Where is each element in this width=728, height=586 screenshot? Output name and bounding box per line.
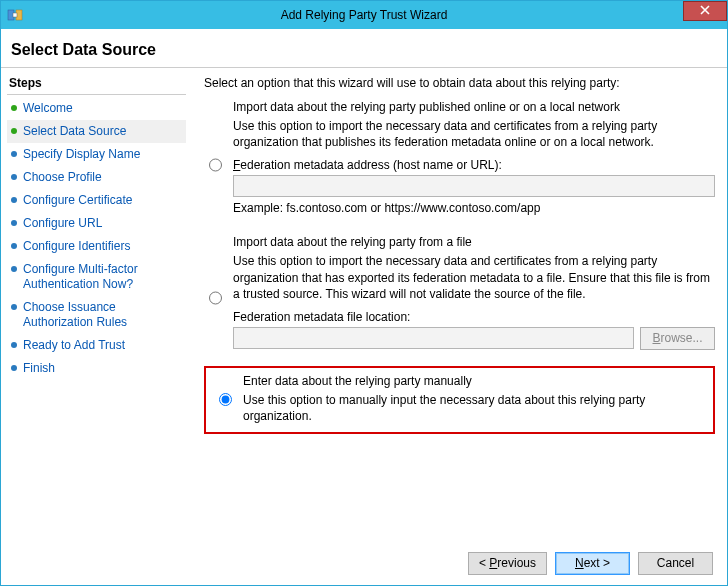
step-configure-identifiers[interactable]: Configure Identifiers: [7, 235, 186, 258]
close-button[interactable]: [683, 1, 727, 21]
step-configure-certificate[interactable]: Configure Certificate: [7, 189, 186, 212]
bullet-icon: [11, 128, 17, 134]
step-label: Configure Identifiers: [23, 239, 130, 254]
bullet-icon: [11, 243, 17, 249]
bullet-icon: [11, 105, 17, 111]
step-label: Configure URL: [23, 216, 102, 231]
option-enter-manually: Enter data about the relying party manua…: [214, 374, 705, 424]
steps-sidebar: Steps Welcome Select Data Source Specify…: [1, 68, 186, 541]
federation-address-example: Example: fs.contoso.com or https://www.c…: [233, 201, 715, 215]
step-configure-url[interactable]: Configure URL: [7, 212, 186, 235]
step-label: Select Data Source: [23, 124, 126, 139]
option-title: Enter data about the relying party manua…: [243, 374, 705, 388]
step-label: Finish: [23, 361, 55, 376]
federation-address-input[interactable]: [233, 175, 715, 197]
option-title: Import data about the relying party publ…: [233, 100, 715, 114]
bullet-icon: [11, 220, 17, 226]
wizard-body: Steps Welcome Select Data Source Specify…: [1, 68, 727, 541]
step-ready-to-add-trust[interactable]: Ready to Add Trust: [7, 334, 186, 357]
step-label: Choose Issuance Authorization Rules: [23, 300, 182, 330]
bullet-icon: [11, 304, 17, 310]
step-choose-profile[interactable]: Choose Profile: [7, 166, 186, 189]
wizard-footer: < Previous Next > Cancel: [1, 541, 727, 585]
step-label: Ready to Add Trust: [23, 338, 125, 353]
step-welcome[interactable]: Welcome: [7, 97, 186, 120]
next-button[interactable]: Next >: [555, 552, 630, 575]
browse-button[interactable]: Browse...: [640, 327, 715, 350]
radio-import-online[interactable]: [209, 101, 222, 229]
cancel-button[interactable]: Cancel: [638, 552, 713, 575]
step-label: Configure Multi-factor Authentication No…: [23, 262, 182, 292]
step-label: Welcome: [23, 101, 73, 116]
bullet-icon: [11, 151, 17, 157]
steps-heading: Steps: [7, 74, 186, 95]
step-choose-issuance-rules[interactable]: Choose Issuance Authorization Rules: [7, 296, 186, 334]
bullet-icon: [11, 174, 17, 180]
radio-import-file[interactable]: [209, 236, 222, 360]
page-title: Select Data Source: [11, 41, 717, 59]
wizard-window: Add Relying Party Trust Wizard Select Da…: [0, 0, 728, 586]
step-configure-mfa[interactable]: Configure Multi-factor Authentication No…: [7, 258, 186, 296]
bullet-icon: [11, 365, 17, 371]
step-finish[interactable]: Finish: [7, 357, 186, 380]
option-title: Import data about the relying party from…: [233, 235, 715, 249]
step-label: Configure Certificate: [23, 193, 132, 208]
highlight-manual-option: Enter data about the relying party manua…: [204, 366, 715, 434]
close-icon: [700, 4, 710, 18]
federation-address-label: Federation metadata address (host name o…: [233, 158, 715, 172]
step-select-data-source[interactable]: Select Data Source: [7, 120, 186, 143]
window-title: Add Relying Party Trust Wizard: [1, 8, 727, 22]
titlebar: Add Relying Party Trust Wizard: [1, 1, 727, 29]
option-desc: Use this option to manually input the ne…: [243, 392, 705, 424]
intro-text: Select an option that this wizard will u…: [204, 76, 715, 90]
step-label: Specify Display Name: [23, 147, 140, 162]
content-pane: Select an option that this wizard will u…: [186, 68, 727, 541]
bullet-icon: [11, 342, 17, 348]
option-import-file: Import data about the relying party from…: [204, 235, 715, 360]
federation-file-label: Federation metadata file location:: [233, 310, 715, 324]
option-desc: Use this option to import the necessary …: [233, 253, 715, 302]
page-header: Select Data Source: [1, 29, 727, 68]
previous-button[interactable]: < Previous: [468, 552, 547, 575]
step-label: Choose Profile: [23, 170, 102, 185]
step-specify-display-name[interactable]: Specify Display Name: [7, 143, 186, 166]
bullet-icon: [11, 266, 17, 272]
option-desc: Use this option to import the necessary …: [233, 118, 715, 150]
option-import-online: Import data about the relying party publ…: [204, 100, 715, 229]
radio-enter-manually[interactable]: [219, 375, 232, 424]
federation-file-input[interactable]: [233, 327, 634, 349]
bullet-icon: [11, 197, 17, 203]
